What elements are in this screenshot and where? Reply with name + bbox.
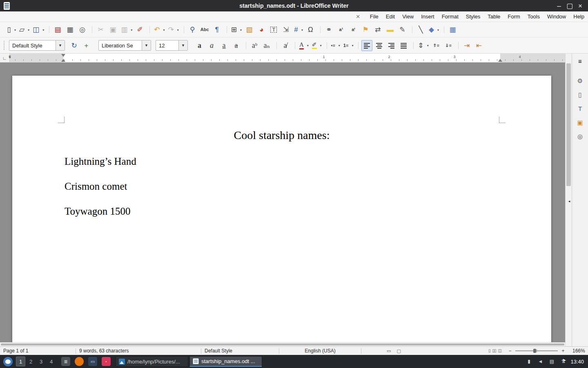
menu-table[interactable]: Table — [484, 12, 504, 21]
line-spacing-button[interactable]: ⇕ — [416, 40, 429, 51]
numbered-list-button[interactable]: 1≡ — [342, 40, 354, 51]
sidebar-tab-navigator[interactable]: ◎ — [574, 130, 586, 142]
insert-line-button[interactable]: ╲ — [415, 24, 426, 35]
page-count[interactable]: Page 1 of 1 — [0, 348, 76, 354]
insert-chart-button[interactable]: ◕ — [256, 24, 267, 35]
document-save-state[interactable]: ▢ — [396, 349, 401, 353]
underline-button[interactable]: a — [218, 40, 229, 51]
first-line-indent-marker[interactable] — [61, 54, 65, 57]
font-size-value[interactable]: 12 — [156, 43, 178, 49]
paragraph-style-combobox[interactable]: Default Style ▼ — [9, 40, 65, 51]
left-indent-marker[interactable] — [61, 59, 65, 62]
screenshot-launcher[interactable]: • — [101, 356, 111, 367]
taskbar-window-pictures[interactable]: /home/lynp/Pictures/... — [116, 356, 188, 367]
track-changes-button[interactable]: ✎ — [397, 24, 408, 35]
vertical-scrollbar-thumb[interactable] — [566, 63, 571, 186]
font-color-button[interactable]: A — [298, 40, 310, 51]
sidebar-settings-button[interactable]: ≡ — [574, 55, 586, 67]
zoom-slider[interactable] — [515, 350, 558, 351]
workspace-3-button[interactable]: 3 — [36, 357, 46, 366]
volume-button[interactable]: ◄ — [537, 357, 543, 366]
close-button[interactable]: × — [576, 1, 585, 10]
horizontal-scrollbar[interactable] — [0, 342, 565, 346]
insert-comment-button[interactable]: ▬ — [385, 24, 396, 35]
align-left-button[interactable] — [361, 40, 372, 51]
clipboard-indicator[interactable]: ▤ — [548, 357, 555, 366]
insert-endnote-button[interactable]: aⁱ — [348, 24, 359, 35]
undo-button[interactable]: ↶ — [153, 24, 165, 35]
save-button[interactable]: ◫ — [31, 24, 45, 35]
italic-button[interactable]: a — [206, 40, 217, 51]
print-preview-button[interactable]: ◎ — [77, 24, 88, 35]
horizontal-scrollbar-thumb[interactable] — [1, 343, 564, 346]
tab-stop-selector[interactable]: ∟ — [0, 54, 10, 62]
page-break-button[interactable]: ⇲ — [281, 24, 292, 35]
find-replace-button[interactable]: ⚲ — [187, 24, 198, 35]
redo-button[interactable]: ↷ — [167, 24, 179, 35]
paste-button[interactable]: ▥ — [120, 24, 133, 35]
selection-mode-button[interactable]: ▭ — [387, 349, 391, 353]
menu-window[interactable]: Window — [543, 12, 570, 21]
new-style-button[interactable]: + — [81, 40, 92, 51]
taskbar-window-writer[interactable]: startship_names.odt ... — [189, 356, 262, 367]
file-manager-launcher[interactable]: ▭ — [87, 356, 98, 367]
horizontal-ruler[interactable]: 1234567 — [10, 54, 565, 62]
zoom-level[interactable]: 166% — [569, 348, 588, 354]
font-name-combobox[interactable]: Liberation Se ▼ — [98, 40, 151, 51]
bullet-list-button[interactable]: •≡ — [330, 40, 341, 51]
chevron-down-icon[interactable]: ▼ — [178, 40, 187, 50]
battery-indicator[interactable]: ▮ — [526, 357, 532, 366]
increase-indent-button[interactable]: ⇥ — [461, 40, 472, 51]
firefox-launcher[interactable] — [74, 356, 85, 367]
menu-tools[interactable]: Tools — [524, 12, 543, 21]
bookmark-button[interactable]: ⚑ — [360, 24, 371, 35]
decrease-paragraph-spacing-button[interactable]: ⇓≡ — [443, 40, 454, 51]
menu-help[interactable]: Help — [570, 12, 588, 21]
align-right-button[interactable] — [386, 40, 397, 51]
chevron-down-icon[interactable]: ▼ — [142, 40, 151, 50]
sidebar-tab-styles[interactable]: T — [574, 103, 586, 114]
titlebar[interactable]: startship_names.odt - LibreOffice Writer… — [0, 0, 588, 11]
highlight-color-button[interactable]: ✐ — [311, 40, 323, 51]
formatting-marks-button[interactable]: ¶ — [212, 24, 223, 35]
insert-table-button[interactable]: ⊞ — [230, 24, 243, 35]
multi-page-view-button[interactable]: ▯▯ — [492, 349, 496, 353]
hyperlink-button[interactable]: ⚭ — [323, 24, 334, 35]
sidebar-tab-page[interactable]: ▯ — [574, 89, 586, 100]
document-view[interactable]: Cool starship names: Lightning’s HandCri… — [0, 63, 565, 342]
open-button[interactable]: ▱ — [18, 24, 30, 35]
menu-insert[interactable]: Insert — [417, 12, 438, 21]
chevron-down-icon[interactable]: ▼ — [56, 40, 65, 50]
insert-footnote-button[interactable]: a¹ — [336, 24, 347, 35]
workspace-4-button[interactable]: 4 — [47, 357, 56, 366]
strikethrough-button[interactable]: a — [231, 40, 242, 51]
menu-form[interactable]: Form — [504, 12, 523, 21]
restore-button[interactable]: ▢ — [565, 1, 574, 10]
workspace-1-button[interactable]: 1 — [16, 357, 25, 366]
document-paragraph[interactable]: Crismon comet — [65, 181, 499, 192]
workspace-2-button[interactable]: 2 — [26, 357, 36, 366]
document-title[interactable]: Cool starship names: — [65, 129, 499, 142]
sidebar-collapse-arrow[interactable]: ◂ — [567, 196, 571, 206]
word-count[interactable]: 9 words, 63 characters — [76, 348, 201, 354]
decrease-indent-button[interactable]: ⇤ — [474, 40, 485, 51]
bold-button[interactable]: a — [194, 40, 205, 51]
font-size-combobox[interactable]: 12 ▼ — [156, 40, 188, 51]
sidebar-tab-properties[interactable]: ⚙ — [574, 75, 586, 86]
sidebar-tab-gallery[interactable]: ▣ — [574, 117, 586, 128]
menu-styles[interactable]: Styles — [462, 12, 484, 21]
applications-menu-button[interactable] — [2, 355, 14, 368]
single-page-view-button[interactable]: ▯ — [488, 349, 490, 353]
show-draw-functions-button[interactable]: ▦ — [447, 24, 458, 35]
close-document-button[interactable]: × — [354, 13, 362, 20]
print-button[interactable]: ▦ — [65, 24, 76, 35]
new-button[interactable]: ▯ — [6, 24, 17, 35]
insert-image-button[interactable]: ▧ — [244, 24, 255, 35]
insert-field-button[interactable]: # — [293, 24, 304, 35]
update-style-button[interactable]: ↻ — [69, 40, 80, 51]
insert-textbox-button[interactable]: T — [268, 24, 279, 35]
cut-button[interactable]: ✂ — [95, 24, 106, 35]
paragraph-style-value[interactable]: Default Style — [9, 43, 56, 49]
terminal-launcher[interactable]: ≣ — [60, 356, 71, 367]
right-indent-marker[interactable] — [498, 59, 502, 62]
